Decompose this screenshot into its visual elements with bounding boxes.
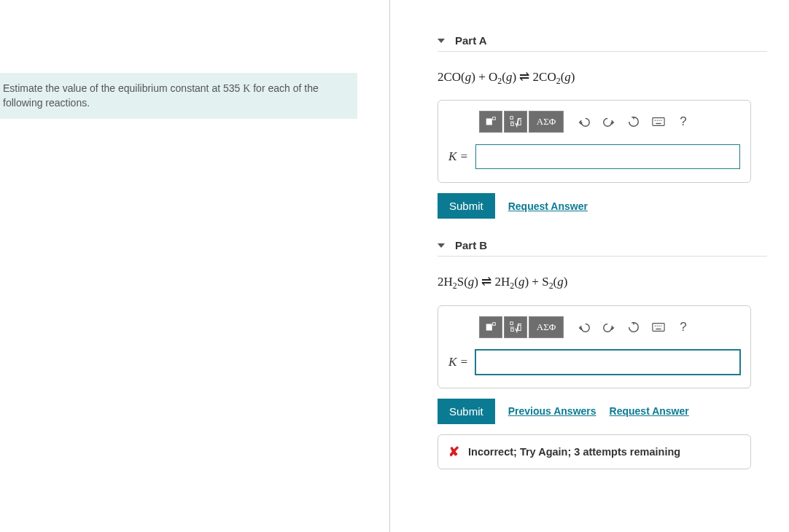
svg-point-21 <box>658 325 659 326</box>
svg-rect-23 <box>656 329 661 329</box>
svg-rect-0 <box>486 119 492 125</box>
equation-toolbar: ΑΣΦ ? <box>479 316 740 338</box>
template-button[interactable] <box>479 316 502 338</box>
part-a: Part A 2CO(g) + O2(g) ⇌ 2CO2(g) ΑΣΦ <box>438 34 767 219</box>
fraction-root-icon <box>509 115 522 128</box>
redo-button[interactable] <box>597 111 621 133</box>
svg-point-19 <box>655 325 656 326</box>
part-b-feedback: ✘ Incorrect; Try Again; 3 attempts remai… <box>438 434 751 469</box>
svg-rect-14 <box>510 322 513 325</box>
help-button[interactable]: ? <box>672 316 695 338</box>
greek-letters-button[interactable]: ΑΣΦ <box>529 111 564 133</box>
svg-rect-13 <box>493 322 496 325</box>
svg-rect-1 <box>493 117 496 120</box>
equation-toolbar: ΑΣΦ ? <box>479 111 740 133</box>
svg-point-22 <box>661 325 661 326</box>
part-b-previous-answers-link[interactable]: Previous Answers <box>508 405 596 417</box>
question-panel: Estimate the value of the equilibrium co… <box>0 0 390 532</box>
caret-down-icon <box>438 39 445 43</box>
caret-down-icon <box>438 243 445 248</box>
reset-icon <box>627 321 640 334</box>
fraction-root-button[interactable] <box>504 111 527 133</box>
part-a-submit-button[interactable]: Submit <box>438 193 495 219</box>
reset-icon <box>627 115 640 128</box>
prompt-line1a: Estimate the value of the equilibrium co… <box>3 82 243 94</box>
undo-icon <box>578 115 591 128</box>
redo-icon <box>602 115 615 128</box>
keyboard-button[interactable] <box>647 316 670 338</box>
part-a-answer-input[interactable] <box>475 144 740 169</box>
prompt-line1b: for each of the <box>250 82 318 94</box>
part-b-equation: 2H2S(g) ⇌ 2H2(g) + S2(g) <box>438 274 767 292</box>
undo-button[interactable] <box>572 111 596 133</box>
svg-rect-4 <box>511 123 514 126</box>
k-equals-label: K = <box>448 149 468 164</box>
part-b-answer-box: ΑΣΦ ? K = <box>438 305 751 388</box>
part-a-request-answer-link[interactable]: Request Answer <box>508 200 588 212</box>
k-equals-label: K = <box>448 355 468 369</box>
keyboard-icon <box>652 115 665 128</box>
part-a-equation: 2CO(g) + O2(g) ⇌ 2CO2(g) <box>438 69 767 87</box>
svg-rect-12 <box>486 324 492 330</box>
part-b-title: Part B <box>455 239 487 251</box>
fraction-root-icon <box>509 321 522 334</box>
temp-symbol: K <box>243 83 250 94</box>
svg-point-7 <box>655 120 656 121</box>
template-icon <box>484 321 497 334</box>
part-b-answer-input[interactable] <box>475 350 740 375</box>
part-a-header[interactable]: Part A <box>438 34 767 52</box>
greek-letters-button[interactable]: ΑΣΦ <box>529 316 564 338</box>
undo-icon <box>578 321 591 334</box>
svg-point-9 <box>658 120 659 121</box>
svg-rect-16 <box>511 329 514 332</box>
keyboard-button[interactable] <box>647 111 670 133</box>
part-b-submit-button[interactable]: Submit <box>438 399 495 424</box>
redo-icon <box>602 321 615 334</box>
svg-rect-2 <box>510 117 513 120</box>
answer-panel: Part A 2CO(g) + O2(g) ⇌ 2CO2(g) ΑΣΦ <box>390 0 789 532</box>
svg-point-8 <box>656 120 657 121</box>
part-b: Part B 2H2S(g) ⇌ 2H2(g) + S2(g) ΑΣΦ <box>438 239 767 469</box>
svg-rect-6 <box>653 118 664 126</box>
svg-rect-11 <box>656 123 661 124</box>
incorrect-icon: ✘ <box>448 444 459 460</box>
redo-button[interactable] <box>597 316 621 338</box>
part-b-header[interactable]: Part B <box>438 239 767 257</box>
fraction-root-button[interactable] <box>504 316 527 338</box>
svg-point-20 <box>656 325 657 326</box>
svg-point-10 <box>661 120 661 121</box>
part-a-title: Part A <box>455 34 487 47</box>
prompt-line2: following reactions. <box>3 97 90 109</box>
template-icon <box>484 115 497 128</box>
help-button[interactable]: ? <box>672 111 695 133</box>
question-prompt: Estimate the value of the equilibrium co… <box>0 73 357 119</box>
svg-rect-5 <box>518 120 521 125</box>
svg-rect-17 <box>518 325 521 330</box>
keyboard-icon <box>652 321 665 334</box>
reset-button[interactable] <box>622 111 645 133</box>
part-b-request-answer-link[interactable]: Request Answer <box>610 405 689 417</box>
reset-button[interactable] <box>622 316 645 338</box>
part-a-answer-box: ΑΣΦ ? K = <box>438 100 751 183</box>
template-button[interactable] <box>479 111 502 133</box>
svg-rect-18 <box>653 323 664 331</box>
feedback-text: Incorrect; Try Again; 3 attempts remaini… <box>468 446 680 458</box>
undo-button[interactable] <box>572 316 596 338</box>
